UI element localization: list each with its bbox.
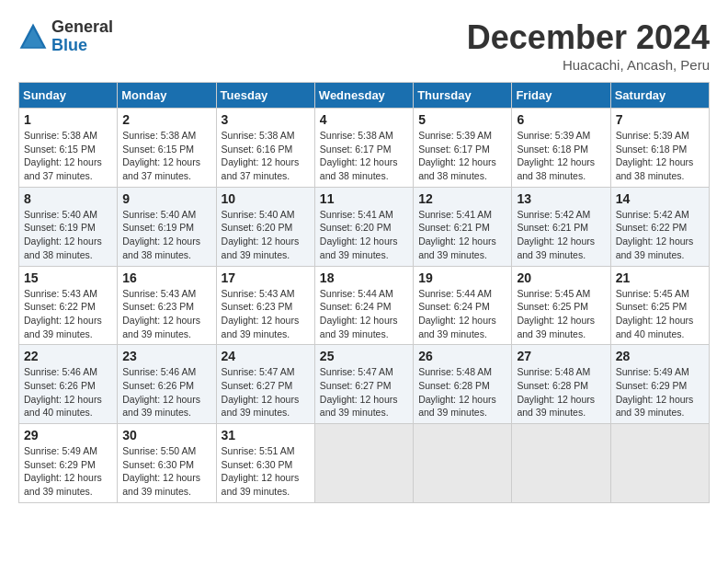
calendar-cell: 14 Sunrise: 5:42 AM Sunset: 6:22 PM Dayl… [610,187,709,266]
day-info: Sunrise: 5:44 AM Sunset: 6:24 PM Dayligh… [418,287,506,341]
calendar-cell: 6 Sunrise: 5:39 AM Sunset: 6:18 PM Dayli… [512,109,610,188]
day-number: 13 [517,191,605,206]
day-number: 30 [122,428,210,442]
calendar-cell: 25 Sunrise: 5:47 AM Sunset: 6:27 PM Dayl… [314,345,413,424]
calendar-cell: 2 Sunrise: 5:38 AM Sunset: 6:15 PM Dayli… [118,109,216,188]
day-number: 24 [222,349,310,363]
calendar-cell: 9 Sunrise: 5:40 AM Sunset: 6:19 PM Dayli… [118,187,216,266]
day-info: Sunrise: 5:38 AM Sunset: 6:16 PM Dayligh… [222,129,310,183]
calendar-week-row: 15 Sunrise: 5:43 AM Sunset: 6:22 PM Dayl… [19,266,710,345]
day-number: 27 [517,349,605,363]
day-info: Sunrise: 5:40 AM Sunset: 6:19 PM Dayligh… [122,208,210,262]
day-info: Sunrise: 5:48 AM Sunset: 6:28 PM Dayligh… [517,365,605,419]
calendar-cell: 24 Sunrise: 5:47 AM Sunset: 6:27 PM Dayl… [216,345,314,424]
day-number: 14 [616,191,704,206]
day-number: 11 [320,191,408,206]
day-info: Sunrise: 5:50 AM Sunset: 6:30 PM Dayligh… [122,444,210,499]
calendar-cell: 31 Sunrise: 5:51 AM Sunset: 6:30 PM Dayl… [216,424,314,503]
calendar-week-row: 22 Sunrise: 5:46 AM Sunset: 6:26 PM Dayl… [19,345,710,424]
day-info: Sunrise: 5:46 AM Sunset: 6:26 PM Dayligh… [122,365,210,419]
location: Huacachi, Ancash, Peru [467,57,710,73]
day-number: 28 [616,349,704,363]
day-number: 22 [24,349,112,363]
header-tuesday: Tuesday [216,83,314,109]
day-number: 9 [122,191,210,206]
header-wednesday: Wednesday [314,83,413,109]
month-title: December 2024 [467,18,710,57]
calendar-cell: 20 Sunrise: 5:45 AM Sunset: 6:25 PM Dayl… [512,266,610,345]
day-number: 3 [222,112,310,127]
calendar-cell [414,424,512,503]
calendar-week-row: 1 Sunrise: 5:38 AM Sunset: 6:15 PM Dayli… [19,109,710,188]
day-info: Sunrise: 5:40 AM Sunset: 6:20 PM Dayligh… [222,208,310,262]
header-thursday: Thursday [414,83,512,109]
logo-blue: Blue [51,37,113,55]
day-info: Sunrise: 5:38 AM Sunset: 6:15 PM Dayligh… [122,129,210,183]
day-info: Sunrise: 5:43 AM Sunset: 6:23 PM Dayligh… [122,287,210,341]
calendar-cell: 17 Sunrise: 5:43 AM Sunset: 6:23 PM Dayl… [216,266,314,345]
calendar-week-row: 8 Sunrise: 5:40 AM Sunset: 6:19 PM Dayli… [19,187,710,266]
calendar-cell: 1 Sunrise: 5:38 AM Sunset: 6:15 PM Dayli… [19,109,118,188]
page-header: General Blue December 2024 Huacachi, Anc… [18,18,710,73]
day-info: Sunrise: 5:38 AM Sunset: 6:15 PM Dayligh… [24,129,112,183]
calendar-cell: 27 Sunrise: 5:48 AM Sunset: 6:28 PM Dayl… [512,345,610,424]
day-info: Sunrise: 5:39 AM Sunset: 6:18 PM Dayligh… [616,129,704,183]
header-monday: Monday [118,83,216,109]
calendar-cell: 5 Sunrise: 5:39 AM Sunset: 6:17 PM Dayli… [414,109,512,188]
weekday-header-row: Sunday Monday Tuesday Wednesday Thursday… [19,83,710,109]
day-number: 26 [418,349,506,363]
day-info: Sunrise: 5:47 AM Sunset: 6:27 PM Dayligh… [222,365,310,419]
calendar-cell: 8 Sunrise: 5:40 AM Sunset: 6:19 PM Dayli… [19,187,118,266]
day-number: 19 [418,270,506,285]
header-sunday: Sunday [19,83,118,109]
day-number: 4 [320,112,408,127]
calendar-cell [610,424,709,503]
day-number: 20 [517,270,605,285]
day-number: 6 [517,112,605,127]
calendar-cell: 15 Sunrise: 5:43 AM Sunset: 6:22 PM Dayl… [19,266,118,345]
day-number: 10 [222,191,310,206]
day-number: 18 [320,270,408,285]
calendar-cell: 11 Sunrise: 5:41 AM Sunset: 6:20 PM Dayl… [314,187,413,266]
calendar-cell: 4 Sunrise: 5:38 AM Sunset: 6:17 PM Dayli… [314,109,413,188]
calendar-cell: 10 Sunrise: 5:40 AM Sunset: 6:20 PM Dayl… [216,187,314,266]
day-info: Sunrise: 5:39 AM Sunset: 6:17 PM Dayligh… [418,129,506,183]
day-number: 5 [418,112,506,127]
day-number: 12 [418,191,506,206]
header-friday: Friday [512,83,610,109]
day-info: Sunrise: 5:42 AM Sunset: 6:22 PM Dayligh… [616,208,704,262]
calendar-cell: 21 Sunrise: 5:45 AM Sunset: 6:25 PM Dayl… [610,266,709,345]
calendar-cell: 23 Sunrise: 5:46 AM Sunset: 6:26 PM Dayl… [118,345,216,424]
day-number: 16 [122,270,210,285]
day-number: 29 [24,428,112,442]
day-number: 7 [616,112,704,127]
day-number: 15 [24,270,112,285]
logo-icon [18,22,48,52]
day-info: Sunrise: 5:39 AM Sunset: 6:18 PM Dayligh… [517,129,605,183]
day-info: Sunrise: 5:51 AM Sunset: 6:30 PM Dayligh… [222,444,310,499]
day-number: 1 [24,112,112,127]
calendar-cell [314,424,413,503]
day-info: Sunrise: 5:42 AM Sunset: 6:21 PM Dayligh… [517,208,605,262]
day-info: Sunrise: 5:40 AM Sunset: 6:19 PM Dayligh… [24,208,112,262]
calendar-cell: 3 Sunrise: 5:38 AM Sunset: 6:16 PM Dayli… [216,109,314,188]
calendar-cell [512,424,610,503]
header-saturday: Saturday [610,83,709,109]
calendar-cell: 22 Sunrise: 5:46 AM Sunset: 6:26 PM Dayl… [19,345,118,424]
day-info: Sunrise: 5:49 AM Sunset: 6:29 PM Dayligh… [616,365,704,419]
day-number: 25 [320,349,408,363]
day-info: Sunrise: 5:45 AM Sunset: 6:25 PM Dayligh… [616,287,704,341]
day-info: Sunrise: 5:46 AM Sunset: 6:26 PM Dayligh… [24,365,112,419]
day-info: Sunrise: 5:41 AM Sunset: 6:20 PM Dayligh… [320,208,408,262]
day-number: 2 [122,112,210,127]
day-number: 31 [222,428,310,442]
day-info: Sunrise: 5:48 AM Sunset: 6:28 PM Dayligh… [418,365,506,419]
logo-general: General [51,18,113,37]
calendar-cell: 12 Sunrise: 5:41 AM Sunset: 6:21 PM Dayl… [414,187,512,266]
day-info: Sunrise: 5:41 AM Sunset: 6:21 PM Dayligh… [418,208,506,262]
day-number: 21 [616,270,704,285]
day-number: 17 [222,270,310,285]
day-number: 8 [24,191,112,206]
calendar-cell: 19 Sunrise: 5:44 AM Sunset: 6:24 PM Dayl… [414,266,512,345]
calendar-cell: 26 Sunrise: 5:48 AM Sunset: 6:28 PM Dayl… [414,345,512,424]
